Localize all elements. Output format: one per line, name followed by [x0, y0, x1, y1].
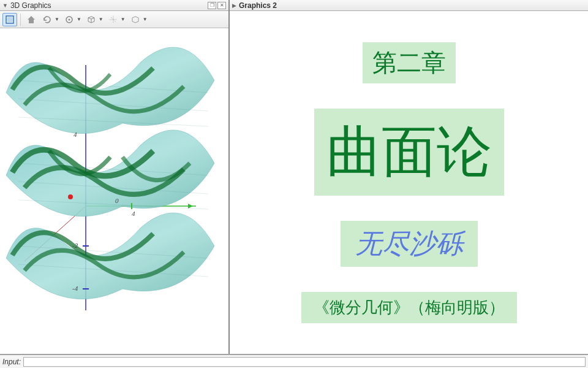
- author-label: 无尽沙砾: [341, 221, 478, 267]
- detach-button[interactable]: ❐: [208, 2, 216, 9]
- axis-tick: -2: [72, 242, 78, 249]
- axes-button[interactable]: [106, 13, 121, 26]
- dropdown-icon[interactable]: ▼: [55, 17, 59, 22]
- command-input[interactable]: [23, 357, 586, 367]
- expand-icon[interactable]: ▶: [232, 2, 236, 9]
- home-button[interactable]: [24, 13, 39, 26]
- left-panel: ▼ 3D Graphics ❐ ✕ ▼ ▼ ▼: [0, 0, 230, 354]
- clip-button[interactable]: [128, 13, 143, 26]
- book-label: 《微分几何》（梅向明版）: [301, 292, 517, 323]
- svg-rect-1: [7, 17, 12, 22]
- axis-tick: 0: [115, 197, 119, 204]
- cube-button[interactable]: [84, 13, 99, 26]
- right-panel: ▶ Graphics 2 第二章 曲面论 无尽沙砾 《微分几何》（梅向明版）: [230, 0, 588, 354]
- right-panel-title: Graphics 2: [239, 1, 277, 10]
- rotate-button[interactable]: [40, 13, 55, 26]
- move-tool-button[interactable]: [2, 13, 17, 26]
- axis-tick: 4: [132, 210, 135, 217]
- dropdown-icon[interactable]: ▼: [77, 17, 81, 22]
- title-label: 曲面论: [314, 109, 504, 196]
- input-bar: Input:: [0, 355, 588, 368]
- axis-tick: -4: [72, 285, 78, 292]
- svg-point-3: [68, 18, 70, 20]
- axis-tick: 4: [74, 131, 77, 138]
- dropdown-icon[interactable]: ▼: [143, 17, 148, 22]
- left-panel-title: 3D Graphics: [10, 1, 51, 10]
- dropdown-icon[interactable]: ▼: [99, 17, 104, 22]
- input-label: Input:: [2, 358, 21, 366]
- close-panel-button[interactable]: ✕: [217, 2, 226, 9]
- collapse-icon[interactable]: ▼: [2, 2, 8, 9]
- main-area: ▼ 3D Graphics ❐ ✕ ▼ ▼ ▼: [0, 0, 588, 355]
- chapter-label: 第二章: [363, 42, 456, 83]
- right-panel-header: ▶ Graphics 2: [230, 0, 588, 11]
- graphics2-canvas[interactable]: 第二章 曲面论 无尽沙砾 《微分几何》（梅向明版）: [230, 11, 588, 354]
- dropdown-icon[interactable]: ▼: [121, 17, 126, 22]
- svg-point-7: [68, 194, 73, 199]
- left-panel-header: ▼ 3D Graphics ❐ ✕: [0, 0, 228, 11]
- 3d-viewport[interactable]: 4 4 0 -2 -4: [0, 28, 228, 354]
- toolbar-3d: ▼ ▼ ▼ ▼ ▼: [0, 11, 228, 28]
- target-button[interactable]: [62, 13, 77, 26]
